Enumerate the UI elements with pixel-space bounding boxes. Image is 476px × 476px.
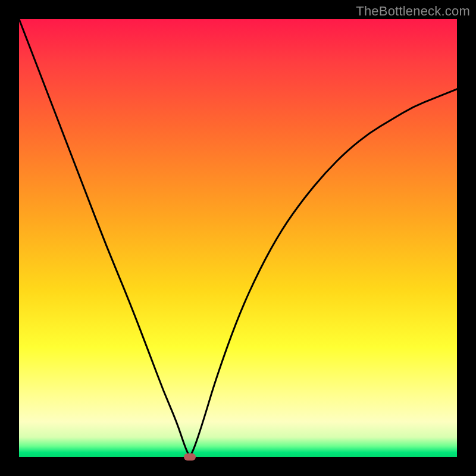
plot-area xyxy=(19,19,457,457)
chart-frame: TheBottleneck.com xyxy=(0,0,476,476)
bottleneck-curve xyxy=(19,19,457,457)
minimum-marker xyxy=(184,453,196,461)
watermark-text: TheBottleneck.com xyxy=(356,4,470,19)
